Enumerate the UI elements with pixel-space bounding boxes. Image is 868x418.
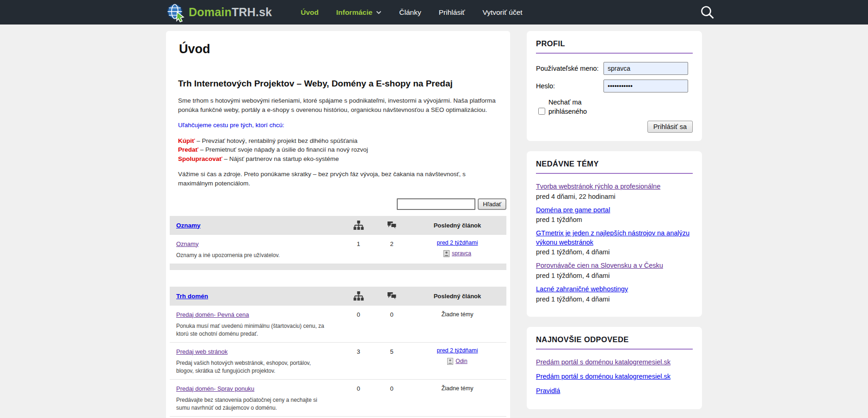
nav-item-informacie[interactable]: Informácie [336,8,382,17]
forum-description: Oznamy a iné upozornenia pre užívatelov. [176,252,326,259]
page-subtitle: Trh Internetových Projektov – Weby, Domé… [178,79,498,89]
comments-icon [387,221,397,230]
topics-column-header [342,221,375,230]
site-logo[interactable]: DomainTRH.sk [166,3,272,22]
latest-replies-card: NAJNOVŠIE ODPOVEDE Predám portál s domén… [527,327,702,409]
topic-link[interactable]: Lacné zahraničné webhostingy [536,285,628,293]
forum-description: Ponuka musí mať uvedenú minimálnu (štart… [176,322,326,338]
reply-link[interactable]: Pravidlá [536,387,560,394]
forum-table-header: Oznamy [170,216,506,235]
nav-item-clanky[interactable]: Články [399,8,421,17]
reply-link[interactable]: Predám portál s doménou katalogremesiel.… [536,373,671,380]
username-label: Používateľské meno: [536,65,603,72]
posts-column-header [375,292,408,301]
forum-link[interactable]: Predaj domén- Sprav ponuku [176,385,254,392]
nav-item-vytvorit-ucet[interactable]: Vytvoriť účet [482,8,522,17]
no-topics-label: Žiadne témy [408,384,506,392]
posts-count: 5 [375,347,408,355]
outro-paragraph: Vážime si čas a zdroje. Preto ponúkame s… [178,170,498,188]
last-post-user-link[interactable]: Odin [456,358,467,364]
offer-list: Kúpiť – Prevziať hotový, rentabilný proj… [178,136,498,164]
topics-column-header [342,291,375,301]
avatar-icon [443,250,449,257]
forum-table-oznamy: Oznamy [170,216,506,270]
forum-link[interactable]: Predaj web stránok [176,348,228,355]
page-title: Úvod [179,42,498,56]
nav-item-uvod[interactable]: Úvod [301,8,319,17]
table-footer-strip [170,264,506,270]
posts-column-header [375,221,408,230]
topic-link[interactable]: Porovnávače cien na Slovensku a v Česku [536,262,663,269]
list-item: GTmetrix je jeden z najlepších nástrojov… [536,229,693,256]
topic-time: pred 1 týždňom, 4 dňami [536,248,693,256]
list-item: Predám portál s doménou katalogremesiel.… [536,372,693,381]
forum-row: Predaj web stránok Predaj vašich hotovýc… [170,343,506,380]
forum-link[interactable]: Predaj domén- Pevná cena [176,311,249,318]
remember-me-checkbox[interactable] [538,108,545,115]
list-item: Tvorba webstránok rýchlo a profesionálne… [536,182,693,200]
login-button[interactable]: Prihlásiť sa [647,121,693,133]
topic-time: pred 1 týždňom, 4 dňami [536,295,693,303]
topics-count: 0 [342,384,375,392]
avatar-icon [447,358,453,365]
forum-row: Oznamy Oznamy a iné upozornenia pre užív… [170,235,506,264]
topic-time: pred 1 týždňom [536,216,693,223]
divider [536,349,693,350]
username-field[interactable] [603,62,688,75]
topic-time: pred 1 týždňom, 4 dňami [536,272,693,279]
forum-description: Predaj vašich hotových webstránok, eshop… [176,359,326,375]
offer-sell: Predať – Premietnuť svoje nápady a úsili… [178,145,498,154]
profile-title: PROFIL [536,39,693,48]
divider [536,173,693,174]
topics-count: 1 [342,240,375,247]
posts-count: 0 [375,310,408,318]
forum-table-header: Trh domén [170,287,506,306]
topic-link[interactable]: GTmetrix je jeden z najlepších nástrojov… [536,229,689,246]
topics-count: 0 [342,310,375,318]
last-post-column-header: Posledný článok [408,222,506,229]
remember-me-label: Nechať ma prihláseného [548,98,598,116]
password-field[interactable] [603,80,688,92]
main-content: Úvod Trh Internetových Projektov – Weby,… [166,31,510,418]
forum-row: Predaj domén- Sprav ponuku Predávajte be… [170,380,506,417]
reply-link[interactable]: Predám portál s doménou katalogremesiel.… [536,358,671,366]
forum-link[interactable]: Oznamy [176,240,198,247]
last-post-time-link[interactable]: pred 2 týždňami [437,240,478,246]
latest-replies-title: NAJNOVŠIE ODPOVEDE [536,335,693,344]
last-post-column-header: Posledný článok [408,293,506,300]
no-topics-label: Žiadne témy [408,310,506,318]
recent-topics-card: NEDÁVNE TÉMY Tvorba webstránok rýchlo a … [527,151,702,316]
search-icon[interactable] [700,5,715,20]
forum-search-button[interactable]: Hľadať [478,198,506,210]
comments-icon [387,292,397,301]
topic-link[interactable]: Doména pre game portal [536,206,610,214]
logo-text: DomainTRH.sk [189,6,272,19]
nav-links: Úvod Informácie Články Prihlásiť Vytvori… [301,8,522,17]
last-post-user-link[interactable]: spravca [452,250,471,257]
category-link-oznamy[interactable]: Oznamy [176,222,201,229]
top-navbar: DomainTRH.sk Úvod Informácie Články Prih… [0,0,868,25]
forum-table-trh-domen: Trh domén [170,287,506,418]
posts-count: 0 [375,384,408,392]
forum-search-row: Hľadať [170,198,506,210]
list-item: Porovnávače cien na Slovensku a v Česku … [536,261,693,279]
password-label: Heslo: [536,82,603,90]
highlight-line: Uľahčujeme cestu pre tých, ktorí chcú: [178,121,498,130]
list-item: Pravidlá [536,387,693,395]
nav-item-prihlasit[interactable]: Prihlásiť [439,8,465,17]
page-container: Úvod Trh Internetových Projektov – Weby,… [166,31,702,418]
sitemap-icon [353,291,364,301]
forum-search-input[interactable] [397,198,475,210]
forum-description: Predávajte bez stanovenia počiatočnej ce… [176,396,326,412]
category-link-trh-domen[interactable]: Trh domén [176,293,208,300]
forum-row: Predaj domén- Pevná cena Ponuka musí mať… [170,306,506,343]
sidebar: PROFIL Používateľské meno: Heslo: Nechať… [527,31,702,418]
globe-cursor-icon [166,3,186,22]
divider [536,53,693,54]
topic-link[interactable]: Tvorba webstránok rýchlo a profesionálne [536,183,660,190]
posts-count: 2 [375,240,408,247]
list-item: Doména pre game portal pred 1 týždňom [536,206,693,224]
profile-card: PROFIL Používateľské meno: Heslo: Nechať… [527,31,702,141]
last-post-time-link[interactable]: pred 2 týždňami [437,347,478,354]
recent-topics-title: NEDÁVNE TÉMY [536,160,693,168]
